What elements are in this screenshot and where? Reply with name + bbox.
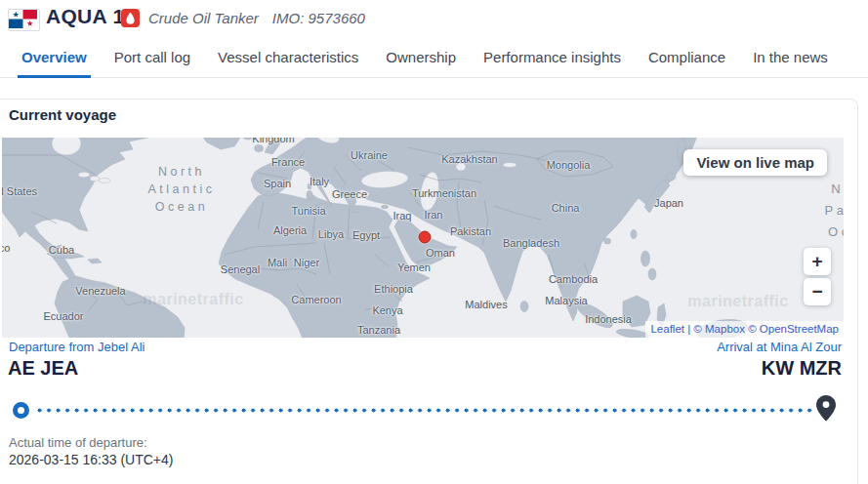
vessel-subtitle: Crude Oil TankerIMO: 9573660 bbox=[148, 10, 365, 26]
tab-vessel-characteristics[interactable]: Vessel characteristics bbox=[214, 39, 362, 78]
departure-label[interactable]: Departure from Jebel Ali bbox=[9, 340, 145, 354]
zoom-out-button[interactable]: − bbox=[804, 278, 831, 305]
tab-overview[interactable]: Overview bbox=[18, 39, 91, 78]
arrival-port-code: KW MZR bbox=[762, 357, 842, 380]
vessel-name: AQUA 1 bbox=[46, 5, 124, 28]
voyage-progress-origin-icon bbox=[13, 402, 29, 419]
current-voyage-card: Current voyage bbox=[0, 99, 858, 484]
vessel-imo: IMO: 9573660 bbox=[272, 10, 365, 26]
voyage-progress-track bbox=[37, 408, 813, 413]
vessel-overview-page: AQUA 1 Crude Oil TankerIMO: 9573660 Over… bbox=[0, 0, 868, 484]
arrival-label[interactable]: Arrival at Mina Al Zour bbox=[717, 340, 842, 354]
tab-compliance[interactable]: Compliance bbox=[644, 39, 729, 78]
map-zoom-controls: + − bbox=[804, 248, 831, 305]
voyage-map[interactable]: View on live map + − Leaflet | © Mapbox … bbox=[2, 138, 844, 338]
panama-flag-icon bbox=[8, 9, 40, 31]
tab-bar: OverviewPort call logVessel characterist… bbox=[0, 39, 868, 78]
departure-port-code: AE JEA bbox=[8, 357, 78, 380]
zoom-in-button[interactable]: + bbox=[804, 248, 831, 275]
tab-performance-insights[interactable]: Performance insights bbox=[479, 39, 625, 78]
tab-ownership[interactable]: Ownership bbox=[382, 39, 460, 78]
view-live-map-button[interactable]: View on live map bbox=[683, 149, 827, 176]
atd-label: Actual time of departure: bbox=[9, 435, 147, 450]
destination-pin-icon bbox=[816, 395, 836, 422]
vessel-type: Crude Oil Tanker bbox=[148, 10, 259, 26]
tab-port-call-log[interactable]: Port call log bbox=[110, 39, 194, 78]
crude-oil-tanker-icon bbox=[121, 9, 140, 27]
atd-value: 2026-03-15 16:33 (UTC+4) bbox=[9, 452, 174, 467]
vessel-position-marker[interactable] bbox=[419, 231, 432, 244]
tab-in-the-news[interactable]: In the news bbox=[749, 39, 832, 78]
section-title: Current voyage bbox=[9, 106, 116, 123]
map-attribution[interactable]: Leaflet | © Mapbox © OpenStreetMap bbox=[645, 321, 844, 338]
